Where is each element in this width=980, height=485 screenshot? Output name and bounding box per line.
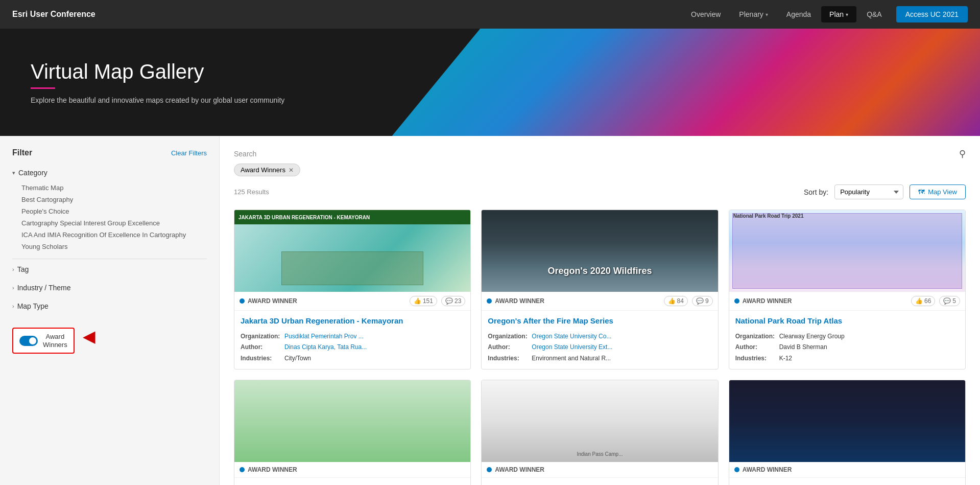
card-jakarta[interactable]: JAKARTA 3D URBAN REGENERATION - KEMAYORA… bbox=[234, 210, 471, 369]
card-badge-bottom2: AWARD WINNER bbox=[487, 466, 544, 473]
views-count-oregon: 84 bbox=[677, 297, 684, 305]
card-body-bottom2 bbox=[482, 478, 718, 485]
industry-label: Industry / Theme bbox=[17, 284, 71, 292]
card-bottom-3[interactable]: AWARD WINNER bbox=[729, 380, 966, 485]
author-label-jakarta: Author: bbox=[241, 342, 281, 353]
category-label: Category bbox=[18, 169, 47, 177]
award-winners-toggle[interactable] bbox=[19, 336, 38, 346]
card-badge-row-bottom3: AWARD WINNER bbox=[729, 462, 965, 478]
nav-overview[interactable]: Overview bbox=[683, 6, 729, 22]
hero-art bbox=[392, 29, 980, 136]
industries-value-national: K-12 bbox=[779, 353, 792, 364]
filter-item-ica-imia[interactable]: ICA And IMIA Recognition Of Excellence I… bbox=[21, 229, 207, 241]
card-title-jakarta: Jakarta 3D Urban Regeneration - Kemayora… bbox=[241, 316, 464, 326]
hero-section: Virtual Map Gallery Explore the beautifu… bbox=[0, 29, 980, 136]
card-oregon[interactable]: Oregon's 2020 Wildfires AWARD WINNER 👍 8… bbox=[481, 210, 718, 369]
thumb-up-icon-oregon: 👍 bbox=[668, 297, 676, 305]
card-body-oregon: Oregon's After the Fire Map Series Organ… bbox=[482, 311, 718, 369]
nav-plan[interactable]: Plan ▾ bbox=[821, 6, 856, 22]
card-national-park[interactable]: National Park Road Trip 2021 AWARD WINNE… bbox=[729, 210, 966, 369]
org-value-national: Clearway Energy Group bbox=[779, 331, 845, 342]
search-tag-label: Award Winners bbox=[241, 166, 285, 174]
nav-qa[interactable]: Q&A bbox=[858, 6, 890, 22]
clear-filters-button[interactable]: Clear Filters bbox=[171, 149, 207, 157]
card-badge-jakarta: AWARD WINNER bbox=[240, 297, 297, 305]
filter-header: Filter Clear Filters bbox=[12, 148, 207, 157]
card-bottom-1[interactable]: AWARD WINNER bbox=[234, 380, 471, 485]
maptype-label: Map Type bbox=[17, 302, 49, 310]
card-thumb-jakarta: JAKARTA 3D URBAN REGENERATION - KEMAYORA… bbox=[234, 210, 470, 292]
nav-agenda[interactable]: Agenda bbox=[778, 6, 819, 22]
industries-label-national: Industries: bbox=[735, 353, 776, 364]
comment-icon-jakarta: 💬 bbox=[445, 297, 453, 305]
card-views-national: 👍 66 bbox=[911, 296, 935, 306]
search-tags-row: Award Winners ✕ bbox=[234, 164, 966, 176]
filter-item-carto-sig[interactable]: Cartography Special Interest Group Excel… bbox=[21, 217, 207, 229]
filter-industry-section: › Industry / Theme bbox=[12, 282, 207, 294]
filter-category-items: Thematic Map Best Cartography People's C… bbox=[12, 182, 207, 252]
search-text-label: Search bbox=[234, 150, 256, 158]
card-comments-national: 💬 5 bbox=[939, 296, 960, 306]
search-label-row: Search ⚲ bbox=[234, 148, 966, 159]
filter-item-best-carto[interactable]: Best Cartography bbox=[21, 194, 207, 205]
access-uc-button[interactable]: Access UC 2021 bbox=[896, 6, 968, 22]
plenary-chevron-icon: ▾ bbox=[766, 12, 768, 17]
filter-divider-1 bbox=[12, 259, 207, 259]
navbar: Esri User Conference Overview Plenary ▾ … bbox=[0, 0, 980, 29]
filter-item-young-scholars[interactable]: Young Scholars bbox=[21, 241, 207, 252]
filter-item-thematic[interactable]: Thematic Map bbox=[21, 182, 207, 194]
jakarta-header-bar: JAKARTA 3D URBAN REGENERATION - KEMAYORA… bbox=[234, 210, 470, 224]
nav-plenary[interactable]: Plenary ▾ bbox=[731, 6, 776, 22]
search-tag-remove-icon[interactable]: ✕ bbox=[289, 167, 294, 174]
award-winners-toggle-row: AwardWinners bbox=[12, 328, 75, 354]
filter-category-section: ▾ Category Thematic Map Best Cartography… bbox=[12, 167, 207, 252]
sort-by-label: Sort by: bbox=[804, 188, 828, 196]
industries-value-jakarta: City/Town bbox=[284, 353, 311, 364]
cards-grid: JAKARTA 3D URBAN REGENERATION - KEMAYORA… bbox=[234, 210, 966, 485]
sort-select[interactable]: Popularity Most Recent Most Views Most C… bbox=[834, 184, 903, 199]
author-label-oregon: Author: bbox=[488, 342, 529, 353]
filter-category-header[interactable]: ▾ Category bbox=[12, 167, 207, 179]
card-badge-row-oregon: AWARD WINNER 👍 84 💬 9 bbox=[482, 292, 718, 311]
badge-dot-jakarta bbox=[240, 298, 245, 304]
comments-count-national: 5 bbox=[952, 297, 956, 305]
sidebar: Filter Clear Filters ▾ Category Thematic… bbox=[0, 136, 220, 485]
search-icon[interactable]: ⚲ bbox=[959, 148, 966, 159]
card-badge-row-national: AWARD WINNER 👍 66 💬 5 bbox=[729, 292, 965, 311]
card-thumb-national: National Park Road Trip 2021 bbox=[729, 210, 965, 292]
filter-maptype-header[interactable]: › Map Type bbox=[12, 300, 207, 312]
map-view-icon: 🗺 bbox=[918, 188, 925, 196]
card-views-jakarta: 👍 151 bbox=[410, 296, 437, 306]
org-label-oregon: Organization: bbox=[488, 331, 529, 342]
filter-industry-header[interactable]: › Industry / Theme bbox=[12, 282, 207, 294]
card-thumb-bottom2: Indian Pass Camp... bbox=[482, 380, 718, 462]
card-badge-label-jakarta: AWARD WINNER bbox=[248, 297, 297, 305]
maptype-expand-icon: › bbox=[12, 303, 14, 309]
industries-label-jakarta: Industries: bbox=[241, 353, 281, 364]
award-winners-label: AwardWinners bbox=[43, 333, 67, 349]
badge-dot-bottom3 bbox=[734, 467, 739, 472]
card-comments-oregon: 💬 9 bbox=[692, 296, 713, 306]
map-view-button[interactable]: 🗺 Map View bbox=[910, 184, 966, 199]
card-badge-row-bottom1: AWARD WINNER bbox=[234, 462, 470, 478]
views-count-jakarta: 151 bbox=[423, 297, 433, 305]
card-badge-label-bottom1: AWARD WINNER bbox=[248, 466, 297, 473]
card-bottom-2[interactable]: Indian Pass Camp... AWARD WINNER bbox=[481, 380, 718, 485]
industries-label-oregon: Industries: bbox=[488, 353, 529, 364]
card-badge-bottom1: AWARD WINNER bbox=[240, 466, 297, 473]
filter-tag-header[interactable]: › Tag bbox=[12, 263, 207, 275]
plan-chevron-icon: ▾ bbox=[846, 12, 848, 17]
card-body-jakarta: Jakarta 3D Urban Regeneration - Kemayora… bbox=[234, 311, 470, 369]
card-industries-row-oregon: Industries: Environment and Natural R... bbox=[488, 353, 711, 364]
category-expand-icon: ▾ bbox=[12, 170, 15, 176]
card-stats-oregon: 👍 84 💬 9 bbox=[664, 296, 713, 306]
badge-dot-oregon bbox=[487, 298, 492, 304]
hero-text-block: Virtual Map Gallery Explore the beautifu… bbox=[0, 40, 315, 125]
page-title: Virtual Map Gallery bbox=[31, 60, 284, 83]
card-badge-row-jakarta: AWARD WINNER 👍 151 💬 23 bbox=[234, 292, 470, 311]
map-view-label: Map View bbox=[928, 188, 957, 196]
card-badge-label-national: AWARD WINNER bbox=[743, 297, 792, 305]
search-area: Search ⚲ Award Winners ✕ bbox=[234, 148, 966, 176]
comments-count-jakarta: 23 bbox=[455, 297, 461, 305]
filter-item-peoples-choice[interactable]: People's Choice bbox=[21, 205, 207, 217]
